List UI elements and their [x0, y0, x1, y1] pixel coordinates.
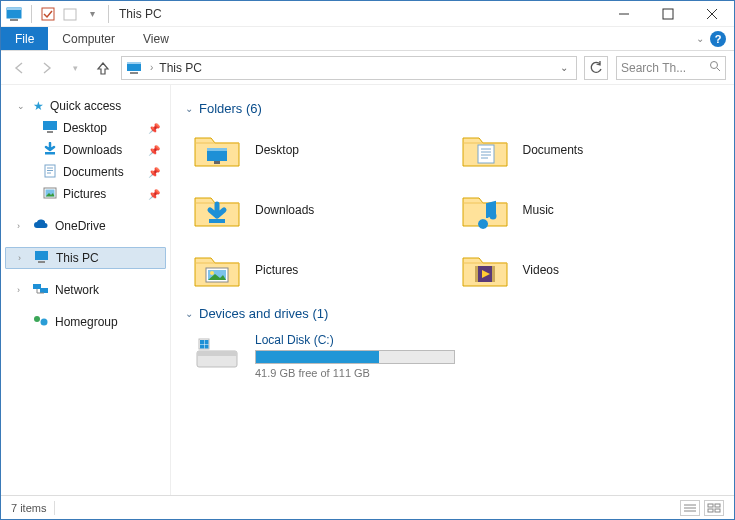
drive-item[interactable]: Local Disk (C:) 41.9 GB free of 111 GB: [185, 325, 720, 387]
sidebar-item-desktop[interactable]: Desktop📌: [5, 117, 166, 139]
sidebar-item-pictures[interactable]: Pictures📌: [5, 183, 166, 205]
pin-icon: 📌: [148, 189, 160, 200]
sidebar-item-documents[interactable]: Documents📌: [5, 161, 166, 183]
sidebar-onedrive[interactable]: › OneDrive: [5, 215, 166, 237]
star-icon: ★: [33, 99, 44, 113]
folder-label: Desktop: [255, 143, 299, 157]
close-button[interactable]: [690, 1, 734, 27]
group-title: Devices and drives (1): [199, 306, 328, 321]
downloads-folder-icon: [193, 190, 241, 230]
maximize-button[interactable]: [646, 1, 690, 27]
chevron-down-icon[interactable]: ⌄: [185, 103, 193, 114]
desktop-icon: [43, 120, 57, 137]
details-view-button[interactable]: [680, 500, 700, 516]
sidebar-quickaccess[interactable]: ⌄ ★ Quick access: [5, 95, 166, 117]
view-toggles: [680, 500, 724, 516]
drive-icon: [193, 333, 241, 373]
drive-info: Local Disk (C:) 41.9 GB free of 111 GB: [255, 333, 455, 379]
status-separator: [54, 501, 55, 515]
sidebar-item-downloads[interactable]: Downloads📌: [5, 139, 166, 161]
folder-item-pictures[interactable]: Pictures: [185, 240, 453, 300]
chevron-right-icon[interactable]: ›: [17, 285, 27, 295]
status-item-count: 7 items: [11, 502, 46, 514]
pin-icon: 📌: [148, 123, 160, 134]
folders-group-header[interactable]: ⌄ Folders (6): [185, 101, 720, 116]
sidebar: ⌄ ★ Quick access Desktop📌Downloads📌Docum…: [1, 85, 171, 495]
sidebar-item-label: Homegroup: [55, 315, 118, 329]
view-tab[interactable]: View: [129, 27, 183, 50]
file-tab[interactable]: File: [1, 27, 48, 50]
homegroup-icon: [33, 314, 49, 331]
documents-folder-icon: [461, 130, 509, 170]
folder-item-music[interactable]: Music: [453, 180, 721, 240]
sidebar-item-label: Network: [55, 283, 99, 297]
videos-folder-icon: [461, 250, 509, 290]
body: ⌄ ★ Quick access Desktop📌Downloads📌Docum…: [1, 85, 734, 495]
address-dropdown-icon[interactable]: ⌄: [556, 62, 572, 73]
sidebar-thispc[interactable]: › This PC: [5, 247, 166, 269]
search-icon: [709, 60, 721, 75]
up-button[interactable]: [93, 58, 113, 78]
svg-point-22: [41, 318, 48, 325]
back-button[interactable]: [9, 58, 29, 78]
ribbon-collapse-chevron-icon[interactable]: ⌄: [696, 33, 704, 44]
svg-rect-4: [42, 8, 54, 20]
breadcrumb-chevron-icon[interactable]: ›: [150, 62, 153, 73]
folder-label: Documents: [523, 143, 584, 157]
address-bar[interactable]: › This PC ⌄: [121, 56, 577, 80]
computer-tab[interactable]: Computer: [48, 27, 129, 50]
svg-rect-2: [7, 8, 21, 10]
chevron-down-icon[interactable]: ⌄: [17, 101, 27, 111]
drives-group-header[interactable]: ⌄ Devices and drives (1): [185, 306, 720, 321]
app-icon[interactable]: [5, 4, 25, 24]
window-title: This PC: [119, 7, 162, 21]
this-pc-icon: [126, 59, 144, 77]
thumbnails-view-button[interactable]: [704, 500, 724, 516]
status-bar: 7 items: [1, 495, 734, 519]
qat-properties[interactable]: [38, 4, 58, 24]
chevron-down-icon[interactable]: ⌄: [185, 308, 193, 319]
svg-rect-36: [715, 509, 720, 512]
this-pc-icon: [34, 250, 50, 267]
svg-rect-26: [200, 340, 204, 344]
qat-separator-2: [108, 5, 109, 23]
sidebar-item-label: Documents: [63, 165, 124, 179]
svg-line-9: [707, 9, 717, 19]
folder-item-desktop[interactable]: Desktop: [185, 120, 453, 180]
sidebar-network[interactable]: › Network: [5, 279, 166, 301]
qat-newfolder[interactable]: [60, 4, 80, 24]
svg-point-13: [711, 62, 718, 69]
help-button[interactable]: ?: [710, 31, 726, 47]
svg-rect-3: [10, 19, 18, 21]
address-text[interactable]: This PC: [159, 61, 202, 75]
folder-label: Videos: [523, 263, 559, 277]
minimize-button[interactable]: [602, 1, 646, 27]
recent-locations-button[interactable]: ▾: [65, 58, 85, 78]
svg-rect-11: [127, 62, 141, 64]
search-input[interactable]: Search Th...: [616, 56, 726, 80]
content-pane: ⌄ Folders (6) DesktopDocumentsDownloadsM…: [171, 85, 734, 495]
folder-item-videos[interactable]: Videos: [453, 240, 721, 300]
navigation-bar: ▾ › This PC ⌄ Search Th...: [1, 51, 734, 85]
ribbon: File Computer View ⌄ ?: [1, 27, 734, 51]
drive-name: Local Disk (C:): [255, 333, 455, 347]
refresh-button[interactable]: [584, 56, 608, 80]
qat-separator: [31, 5, 32, 23]
documents-icon: [43, 164, 57, 181]
sidebar-item-label: Quick access: [50, 99, 121, 113]
svg-point-21: [34, 316, 40, 322]
downloads-icon: [43, 142, 57, 159]
chevron-right-icon[interactable]: ›: [17, 221, 27, 231]
search-placeholder: Search Th...: [621, 61, 705, 75]
svg-rect-24: [197, 351, 237, 356]
chevron-right-icon[interactable]: ›: [18, 253, 28, 263]
folder-item-documents[interactable]: Documents: [453, 120, 721, 180]
forward-button[interactable]: [37, 58, 57, 78]
sidebar-homegroup[interactable]: › Homegroup: [5, 311, 166, 333]
folder-item-downloads[interactable]: Downloads: [185, 180, 453, 240]
svg-rect-16: [38, 261, 45, 263]
svg-rect-27: [205, 340, 209, 344]
group-title: Folders (6): [199, 101, 262, 116]
desktop-folder-icon: [193, 130, 241, 170]
qat-customize[interactable]: ▾: [82, 4, 102, 24]
